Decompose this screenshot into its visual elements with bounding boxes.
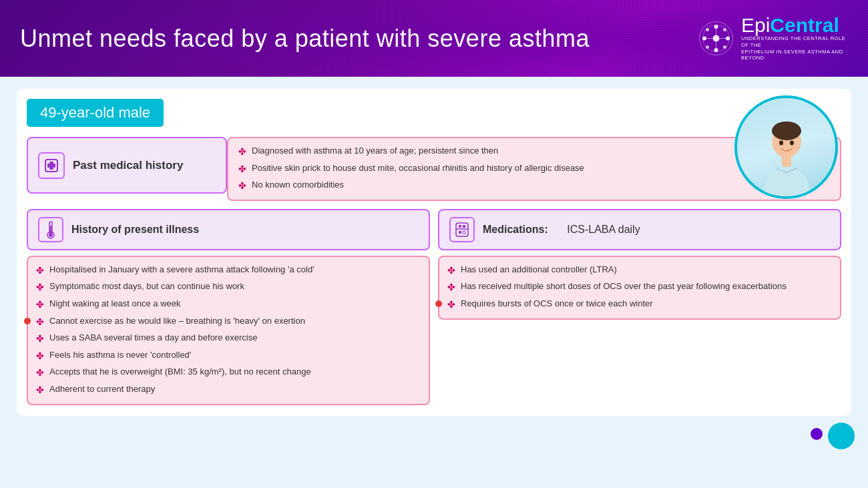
- svg-rect-31: [459, 231, 461, 234]
- svg-point-19: [790, 141, 794, 146]
- patient-age-tag: 49-year-old male: [27, 99, 164, 127]
- logo-central: Central: [770, 14, 839, 36]
- header: Unmet needs faced by a patient with seve…: [0, 0, 868, 77]
- patient-card: 49-year-old male: [17, 89, 851, 416]
- avatar-figure: [743, 109, 830, 196]
- logo: EpiCentral UNDERSTANDING THE CENTRAL ROL…: [698, 15, 848, 61]
- svg-point-10: [723, 45, 726, 49]
- pmh-label: Past medical history: [73, 159, 183, 172]
- hpi-bullet-4: ✤ Cannot exercise as he would like – bre…: [36, 315, 421, 329]
- logo-epi: Epi: [741, 14, 770, 36]
- pmh-bullet-3: ✤ No known comorbidities: [238, 179, 830, 193]
- logo-name: EpiCentral: [741, 15, 848, 35]
- hpi-bullet-7: ✤ Accepts that he is overweight (BMI: 35…: [36, 366, 421, 380]
- bullet-star-3: ✤: [238, 180, 246, 193]
- hpi-header: History of present illness: [27, 209, 430, 250]
- svg-point-26: [49, 233, 53, 237]
- bottom-row: History of present illness ✤ Hospitalise…: [27, 209, 841, 405]
- hpi-column: History of present illness ✤ Hospitalise…: [27, 209, 430, 405]
- medications-icon: [449, 217, 475, 242]
- svg-rect-30: [463, 225, 465, 228]
- pmh-header-box: Past medical history: [27, 137, 227, 194]
- patient-avatar: [734, 95, 838, 199]
- svg-rect-17: [782, 155, 791, 167]
- epicentral-logo-icon: [698, 20, 734, 57]
- svg-point-9: [706, 45, 709, 49]
- hpi-label: History of present illness: [71, 224, 199, 236]
- svg-rect-27: [456, 223, 468, 236]
- medications-column: Medications: ICS-LABA daily ✤ Has used a…: [438, 209, 841, 405]
- hpi-content: ✤ Hospitalised in January with a severe …: [27, 256, 430, 405]
- medications-header: Medications: ICS-LABA daily: [438, 209, 841, 250]
- med-bullet-3: ✤ Requires bursts of OCS once or twice e…: [447, 298, 832, 312]
- svg-point-7: [706, 28, 709, 31]
- hpi-bullet-3: ✤ Night waking at least once a week: [36, 298, 421, 312]
- svg-rect-29: [459, 225, 461, 228]
- page-title: Unmet needs faced by a patient with seve…: [20, 25, 590, 53]
- pmh-icon: [38, 152, 65, 179]
- medications-content: ✤ Has used an additional controller (LTR…: [438, 256, 841, 320]
- svg-rect-32: [463, 231, 465, 234]
- hpi-bullet-8: ✤ Adherent to current therapy: [36, 383, 421, 397]
- med-bullet-2: ✤ Has received multiple short doses of O…: [447, 280, 832, 294]
- hpi-bullet-6: ✤ Feels his asthma is never 'controlled': [36, 349, 421, 363]
- svg-point-8: [723, 28, 726, 31]
- medications-value: ICS-LABA daily: [567, 224, 640, 236]
- hpi-bullet-5: ✤ Uses a SABA several times a day and be…: [36, 332, 421, 346]
- purple-dot-decoration: [811, 428, 823, 440]
- hpi-icon: [38, 217, 63, 242]
- svg-rect-22: [47, 164, 55, 168]
- medications-label: Medications:: [483, 224, 548, 236]
- svg-point-18: [779, 141, 783, 146]
- logo-subtitle: UNDERSTANDING THE CENTRAL ROLE OF THE EP…: [741, 35, 848, 61]
- bullet-star-2: ✤: [238, 163, 246, 176]
- svg-point-16: [772, 121, 801, 140]
- main-content: 49-year-old male: [0, 77, 868, 488]
- svg-point-2: [713, 35, 720, 42]
- hpi-bullet-2: ✤ Symptomatic most days, but can continu…: [36, 280, 421, 294]
- bullet-star-1: ✤: [238, 146, 246, 159]
- med-bullet-1: ✤ Has used an additional controller (LTR…: [447, 264, 832, 278]
- logo-text: EpiCentral UNDERSTANDING THE CENTRAL ROL…: [741, 15, 848, 61]
- past-medical-history-section: Past medical history ✤ Diagnosed with as…: [27, 137, 841, 201]
- hpi-bullet-1: ✤ Hospitalised in January with a severe …: [36, 264, 421, 278]
- teal-circle-decoration: [828, 423, 855, 449]
